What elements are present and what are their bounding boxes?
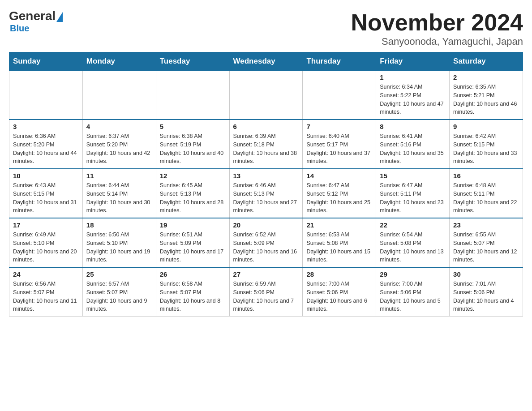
day-info: Sunrise: 6:35 AM Sunset: 5:21 PM Dayligh… xyxy=(453,83,519,116)
logo: General Blue xyxy=(9,9,63,34)
column-header-saturday: Saturday xyxy=(450,52,523,71)
day-info: Sunrise: 7:00 AM Sunset: 5:06 PM Dayligh… xyxy=(306,280,372,313)
column-header-monday: Monday xyxy=(82,52,156,71)
calendar-cell: 12Sunrise: 6:45 AM Sunset: 5:13 PM Dayli… xyxy=(156,169,229,218)
subtitle: Sanyoonoda, Yamaguchi, Japan xyxy=(351,36,523,47)
day-info: Sunrise: 6:47 AM Sunset: 5:12 PM Dayligh… xyxy=(306,181,372,215)
page-title: November 2024 xyxy=(351,9,523,36)
day-info: Sunrise: 6:38 AM Sunset: 5:19 PM Dayligh… xyxy=(160,132,226,166)
day-number: 20 xyxy=(233,221,299,229)
day-info: Sunrise: 6:59 AM Sunset: 5:06 PM Dayligh… xyxy=(233,280,299,313)
title-section: November 2024 Sanyoonoda, Yamaguchi, Jap… xyxy=(351,9,523,47)
calendar-cell: 15Sunrise: 6:47 AM Sunset: 5:11 PM Dayli… xyxy=(376,169,450,218)
calendar-cell: 27Sunrise: 6:59 AM Sunset: 5:06 PM Dayli… xyxy=(229,267,303,317)
calendar-cell: 19Sunrise: 6:51 AM Sunset: 5:09 PM Dayli… xyxy=(156,218,229,267)
day-info: Sunrise: 6:48 AM Sunset: 5:11 PM Dayligh… xyxy=(453,181,519,215)
week-row-1: 1Sunrise: 6:34 AM Sunset: 5:22 PM Daylig… xyxy=(9,71,523,120)
calendar-cell: 13Sunrise: 6:46 AM Sunset: 5:13 PM Dayli… xyxy=(229,169,303,218)
calendar-cell: 22Sunrise: 6:54 AM Sunset: 5:08 PM Dayli… xyxy=(376,218,450,267)
calendar-cell: 28Sunrise: 7:00 AM Sunset: 5:06 PM Dayli… xyxy=(303,267,376,317)
calendar-cell: 2Sunrise: 6:35 AM Sunset: 5:21 PM Daylig… xyxy=(450,71,523,120)
calendar-cell xyxy=(229,71,303,120)
day-info: Sunrise: 6:34 AM Sunset: 5:22 PM Dayligh… xyxy=(380,83,446,116)
day-info: Sunrise: 6:43 AM Sunset: 5:15 PM Dayligh… xyxy=(13,181,79,215)
calendar-cell: 20Sunrise: 6:52 AM Sunset: 5:09 PM Dayli… xyxy=(229,218,303,267)
calendar-cell: 11Sunrise: 6:44 AM Sunset: 5:14 PM Dayli… xyxy=(82,169,156,218)
calendar-cell: 7Sunrise: 6:40 AM Sunset: 5:17 PM Daylig… xyxy=(303,120,376,169)
week-row-3: 10Sunrise: 6:43 AM Sunset: 5:15 PM Dayli… xyxy=(9,169,523,218)
calendar-cell: 24Sunrise: 6:56 AM Sunset: 5:07 PM Dayli… xyxy=(9,267,83,317)
day-number: 23 xyxy=(453,221,519,229)
day-number: 27 xyxy=(233,270,299,278)
day-info: Sunrise: 6:39 AM Sunset: 5:18 PM Dayligh… xyxy=(233,132,299,166)
calendar-cell xyxy=(156,71,229,120)
column-header-sunday: Sunday xyxy=(9,52,83,71)
calendar-cell: 30Sunrise: 7:01 AM Sunset: 5:06 PM Dayli… xyxy=(450,267,523,317)
week-row-4: 17Sunrise: 6:49 AM Sunset: 5:10 PM Dayli… xyxy=(9,218,523,267)
calendar-cell xyxy=(82,71,156,120)
calendar-cell: 26Sunrise: 6:58 AM Sunset: 5:07 PM Dayli… xyxy=(156,267,229,317)
calendar-cell: 23Sunrise: 6:55 AM Sunset: 5:07 PM Dayli… xyxy=(450,218,523,267)
column-header-thursday: Thursday xyxy=(303,52,376,71)
page-header: General Blue November 2024 Sanyoonoda, Y… xyxy=(9,9,523,47)
day-number: 8 xyxy=(380,123,446,130)
calendar-cell: 17Sunrise: 6:49 AM Sunset: 5:10 PM Dayli… xyxy=(9,218,83,267)
day-info: Sunrise: 6:45 AM Sunset: 5:13 PM Dayligh… xyxy=(160,181,226,215)
calendar-cell: 14Sunrise: 6:47 AM Sunset: 5:12 PM Dayli… xyxy=(303,169,376,218)
calendar-cell xyxy=(9,71,83,120)
calendar-cell xyxy=(303,71,376,120)
day-number: 24 xyxy=(13,270,79,278)
day-info: Sunrise: 6:51 AM Sunset: 5:09 PM Dayligh… xyxy=(160,231,226,264)
logo-triangle-icon xyxy=(56,12,63,22)
day-number: 11 xyxy=(86,172,152,180)
calendar-cell: 5Sunrise: 6:38 AM Sunset: 5:19 PM Daylig… xyxy=(156,120,229,169)
day-number: 29 xyxy=(380,270,446,278)
day-info: Sunrise: 6:58 AM Sunset: 5:07 PM Dayligh… xyxy=(160,280,226,313)
day-info: Sunrise: 6:36 AM Sunset: 5:20 PM Dayligh… xyxy=(13,132,79,166)
calendar-cell: 10Sunrise: 6:43 AM Sunset: 5:15 PM Dayli… xyxy=(9,169,83,218)
column-header-wednesday: Wednesday xyxy=(229,52,303,71)
logo-top: General xyxy=(9,9,63,23)
day-number: 1 xyxy=(380,73,446,81)
week-row-5: 24Sunrise: 6:56 AM Sunset: 5:07 PM Dayli… xyxy=(9,267,523,317)
day-number: 12 xyxy=(160,172,226,180)
day-info: Sunrise: 6:42 AM Sunset: 5:15 PM Dayligh… xyxy=(453,132,519,166)
day-info: Sunrise: 6:46 AM Sunset: 5:13 PM Dayligh… xyxy=(233,181,299,215)
week-row-2: 3Sunrise: 6:36 AM Sunset: 5:20 PM Daylig… xyxy=(9,120,523,169)
day-info: Sunrise: 6:56 AM Sunset: 5:07 PM Dayligh… xyxy=(13,280,79,313)
calendar-cell: 6Sunrise: 6:39 AM Sunset: 5:18 PM Daylig… xyxy=(229,120,303,169)
day-number: 9 xyxy=(453,123,519,130)
day-number: 10 xyxy=(13,172,79,180)
day-number: 7 xyxy=(306,123,372,130)
calendar-header-row: SundayMondayTuesdayWednesdayThursdayFrid… xyxy=(9,52,523,71)
day-number: 21 xyxy=(306,221,372,229)
day-number: 16 xyxy=(453,172,519,180)
day-number: 15 xyxy=(380,172,446,180)
day-number: 18 xyxy=(86,221,152,229)
day-number: 6 xyxy=(233,123,299,130)
column-header-tuesday: Tuesday xyxy=(156,52,229,71)
day-number: 14 xyxy=(306,172,372,180)
day-number: 28 xyxy=(306,270,372,278)
day-number: 22 xyxy=(380,221,446,229)
calendar-cell: 3Sunrise: 6:36 AM Sunset: 5:20 PM Daylig… xyxy=(9,120,83,169)
day-info: Sunrise: 6:54 AM Sunset: 5:08 PM Dayligh… xyxy=(380,231,446,264)
day-info: Sunrise: 6:50 AM Sunset: 5:10 PM Dayligh… xyxy=(86,231,152,264)
calendar-cell: 9Sunrise: 6:42 AM Sunset: 5:15 PM Daylig… xyxy=(450,120,523,169)
calendar-cell: 29Sunrise: 7:00 AM Sunset: 5:06 PM Dayli… xyxy=(376,267,450,317)
calendar-cell: 21Sunrise: 6:53 AM Sunset: 5:08 PM Dayli… xyxy=(303,218,376,267)
calendar-table: SundayMondayTuesdayWednesdayThursdayFrid… xyxy=(9,52,523,317)
day-info: Sunrise: 6:57 AM Sunset: 5:07 PM Dayligh… xyxy=(86,280,152,313)
calendar-cell: 4Sunrise: 6:37 AM Sunset: 5:20 PM Daylig… xyxy=(82,120,156,169)
day-number: 5 xyxy=(160,123,226,130)
day-number: 25 xyxy=(86,270,152,278)
day-info: Sunrise: 6:40 AM Sunset: 5:17 PM Dayligh… xyxy=(306,132,372,166)
day-number: 4 xyxy=(86,123,152,130)
day-number: 26 xyxy=(160,270,226,278)
day-number: 17 xyxy=(13,221,79,229)
day-number: 2 xyxy=(453,73,519,81)
day-number: 3 xyxy=(13,123,79,130)
day-info: Sunrise: 6:47 AM Sunset: 5:11 PM Dayligh… xyxy=(380,181,446,215)
day-info: Sunrise: 6:49 AM Sunset: 5:10 PM Dayligh… xyxy=(13,231,79,264)
day-number: 30 xyxy=(453,270,519,278)
